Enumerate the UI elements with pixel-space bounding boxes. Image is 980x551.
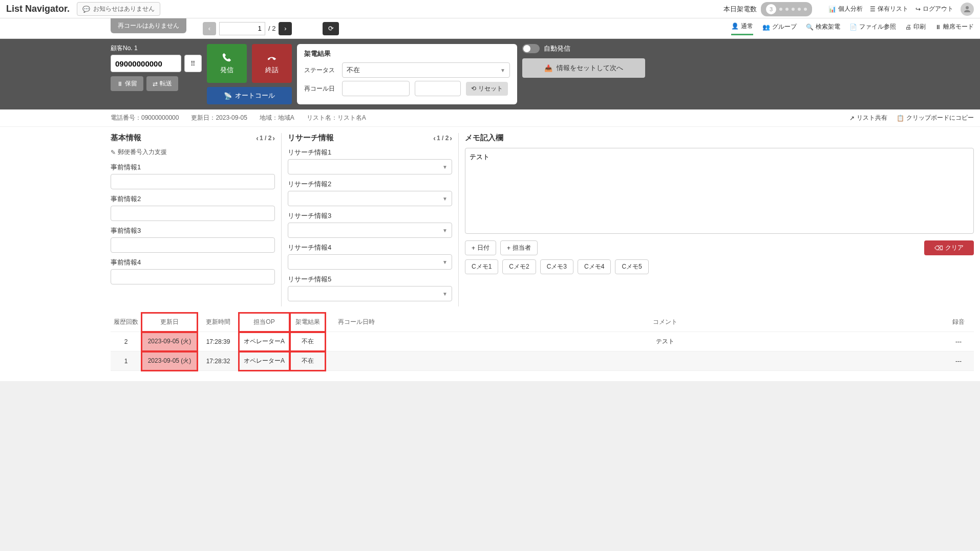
cell-recall [326,351,387,371]
tab-group-label: グループ [772,23,797,31]
search-icon: 🔍 [806,24,814,31]
tab-normal[interactable]: 👤通常 [731,22,753,35]
tab-search[interactable]: 🔍検索架電 [806,23,840,34]
tab-normal-label: 通常 [741,22,753,31]
basic-field-1-label: 事前情報1 [111,163,275,172]
research-field-2-select[interactable] [288,191,452,206]
status-label: ステータス [304,66,337,75]
memo-textarea[interactable] [465,148,974,234]
research-info-title: リサーチ情報 [288,133,334,143]
basic-next[interactable]: › [272,134,275,142]
clear-memo-button[interactable]: ⌫クリア [924,240,974,255]
top-bar: List Navigator. 💬 お知らせはありません 本日架電数 3 📊 個… [0,0,980,18]
basic-prev[interactable]: ‹ [256,134,259,142]
held-list-link[interactable]: ☰ 保有リスト [870,5,908,13]
cmemo-4-button[interactable]: Cメモ4 [578,259,611,274]
chart-icon: 📊 [828,6,836,13]
cell-time: 17:28:39 [198,332,239,351]
cell-date: 2023-09-05 (火) [141,332,198,351]
tab-away[interactable]: ⏸離席モード [935,23,974,34]
hangup-button[interactable]: 終話 [252,44,292,83]
research-field-4-select[interactable] [288,254,452,270]
tab-print[interactable]: 🖨印刷 [905,23,926,34]
research-field-3-label: リサーチ情報3 [288,211,452,221]
status-value: 不在 [347,65,360,75]
th-count: 履歴回数 [111,313,141,332]
postal-support-link[interactable]: ✎郵便番号入力支援 [111,148,275,157]
phone-icon [221,52,232,63]
avatar[interactable] [961,3,974,16]
notice-text: お知らせはありません [93,5,155,13]
cell-comment: テスト [387,332,943,351]
tab-group[interactable]: 👥グループ [762,23,797,34]
research-field-1-select[interactable] [288,159,452,174]
group-icon: 👥 [762,24,770,31]
research-field-3-select[interactable] [288,223,452,238]
cell-op: オペレーターA [239,351,290,371]
cell-date: 2023-09-05 (火) [141,351,198,371]
cell-result: 不在 [290,332,326,351]
research-info-column: リサーチ情報 ‹1 / 2› リサーチ情報1 リサーチ情報2 リサーチ情報3 リ… [288,133,459,306]
refresh-button[interactable]: ⟳ [323,22,339,35]
research-field-5-select[interactable] [288,286,452,301]
th-recall: 再コール日時 [326,313,387,332]
history-row: 1 2023-09-05 (火) 17:28:32 オペレーターA 不在 --- [111,351,974,371]
print-icon: 🖨 [905,24,911,31]
research-field-1-label: リサーチ情報1 [288,148,452,157]
info-list: リスト名：リスト名A [307,114,366,122]
recall-date-input[interactable] [342,81,410,96]
tab-file[interactable]: 📄ファイル参照 [849,23,896,34]
pager-next-button[interactable]: › [279,22,292,35]
cell-recall [326,332,387,351]
cmemo-2-button[interactable]: Cメモ2 [502,259,536,274]
pager-prev-button[interactable]: ‹ [203,22,216,35]
pager-total: / 2 [268,25,275,32]
hold-button[interactable]: ⏸保留 [111,76,143,91]
svg-point-0 [966,6,969,9]
cell-comment [387,351,943,371]
list-share-link[interactable]: ↗リスト共有 [849,114,887,122]
research-prev[interactable]: ‹ [433,134,436,142]
cmemo-1-button[interactable]: Cメモ1 [465,259,498,274]
set-next-button[interactable]: 📥 情報をセットして次へ [522,58,645,78]
dialpad-button[interactable]: ⠿ [184,55,202,72]
status-select[interactable]: 不在 [342,62,510,78]
phone-input[interactable] [111,55,181,72]
cmemo-3-button[interactable]: Cメモ3 [540,259,573,274]
recall-date-label: 再コール日 [304,84,337,93]
held-list-label: 保有リスト [878,5,908,13]
pager-input[interactable] [219,22,265,35]
cell-rec: --- [943,351,974,371]
autodial-label: 自動発信 [544,44,570,53]
share-icon: ↗ [849,115,855,122]
basic-field-4-input[interactable] [111,269,275,284]
basic-info-column: 基本情報 ‹1 / 2› ✎郵便番号入力支援 事前情報1 事前情報2 事前情報3… [111,133,282,306]
research-next[interactable]: › [450,134,452,142]
basic-field-4-label: 事前情報4 [111,258,275,267]
cmemo-5-button[interactable]: Cメモ5 [615,259,648,274]
app-logo: List Navigator. [6,4,70,14]
logout-link[interactable]: ↪ ログアウト [915,5,953,13]
call-count-label: 本日架電数 [723,5,757,14]
notice-box[interactable]: 💬 お知らせはありません [77,2,160,16]
analysis-label: 個人分析 [838,5,863,13]
pause-icon: ⏸ [935,24,941,31]
basic-field-3-input[interactable] [111,237,275,253]
add-date-button[interactable]: +日付 [465,240,496,255]
analysis-link[interactable]: 📊 個人分析 [828,5,863,13]
reset-button[interactable]: ⟲リセット [466,82,508,96]
dial-button[interactable]: 発信 [207,44,247,83]
basic-field-2-input[interactable] [111,206,275,221]
basic-field-1-input[interactable] [111,174,275,189]
add-person-button[interactable]: +担当者 [500,240,538,255]
recall-time-input[interactable] [415,81,461,96]
clipboard-link[interactable]: 📋クリップボードにコピー [897,114,974,122]
eraser-icon: ⌫ [934,245,943,252]
inbox-icon: 📥 [544,64,552,72]
mode-tabs: 👤通常 👥グループ 🔍検索架電 📄ファイル参照 🖨印刷 ⏸離席モード [731,22,974,35]
dialpad-icon: ⠿ [190,60,196,68]
transfer-button[interactable]: ⇄転送 [146,76,178,91]
autodial-toggle[interactable] [522,44,540,53]
plus-icon: + [472,245,475,252]
auto-call-button[interactable]: 📡 オートコール [207,87,292,104]
